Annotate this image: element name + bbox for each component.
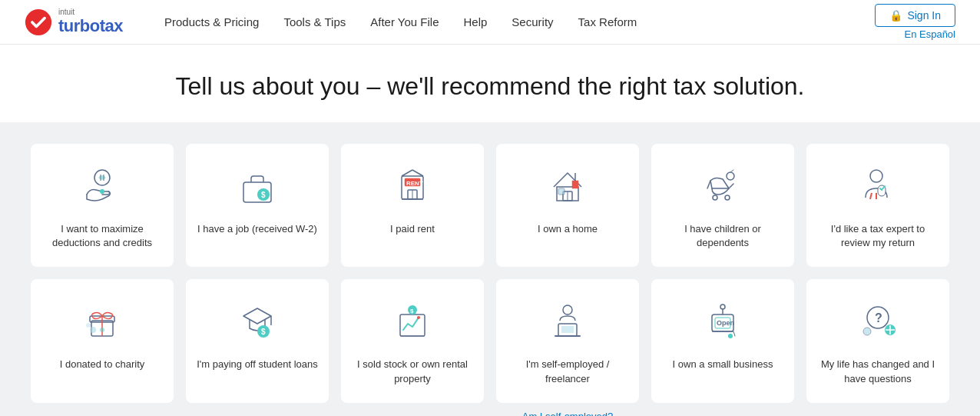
svg-text:$: $ — [261, 191, 266, 199]
stock-chart-icon: $ — [388, 299, 437, 345]
cards-section: I want to maximize deductions and credit… — [0, 122, 980, 416]
card-label-charity: I donated to charity — [60, 358, 145, 371]
card-label-expert: I'd like a tax expert to review my retur… — [817, 222, 939, 250]
card-self-employed[interactable]: I'm self-employed / freelancer — [496, 279, 639, 402]
svg-point-21 — [725, 195, 730, 200]
svg-text:$: $ — [410, 308, 414, 314]
svg-point-31 — [90, 327, 96, 333]
svg-point-43 — [563, 305, 572, 314]
baby-stroller-icon — [698, 164, 747, 210]
card-have-job[interactable]: $ I have a job (received W-2) — [186, 144, 329, 267]
card-label-stock: I sold stock or own rental property — [352, 358, 473, 385]
card-label-job: I have a job (received W-2) — [197, 222, 317, 236]
card-children-dependents[interactable]: I have children or dependents — [651, 144, 794, 267]
svg-point-39 — [417, 316, 420, 319]
am-i-self-employed-link[interactable]: Am I self-employed? — [522, 411, 614, 416]
nav-links: Products & Pricing Tools & Tips After Yo… — [154, 0, 875, 45]
card-label-student: I'm paying off student loans — [197, 358, 318, 371]
svg-line-13 — [412, 170, 423, 176]
card-donated-charity[interactable]: I donated to charity — [31, 279, 174, 402]
turbotax-logo-icon — [25, 8, 52, 36]
svg-point-33 — [86, 323, 91, 328]
svg-line-53 — [733, 331, 735, 336]
money-hand-icon — [78, 164, 127, 210]
svg-text:RENT: RENT — [406, 180, 423, 187]
svg-point-32 — [100, 328, 104, 332]
card-label-rent: I paid rent — [390, 222, 435, 236]
svg-text:Open: Open — [717, 319, 734, 327]
svg-line-26 — [870, 193, 872, 199]
svg-line-23 — [730, 170, 733, 172]
nav-tools-tips[interactable]: Tools & Tips — [273, 0, 356, 45]
briefcase-dollar-icon: $ — [233, 164, 282, 210]
nav-products-pricing[interactable]: Products & Pricing — [154, 0, 270, 45]
svg-rect-45 — [561, 326, 574, 333]
card-tax-expert[interactable]: I'd like a tax expert to review my retur… — [806, 144, 949, 267]
cards-grid: I want to maximize deductions and credit… — [31, 144, 949, 403]
nav-security[interactable]: Security — [501, 0, 564, 45]
card-label-self-employed: I'm self-employed / freelancer — [507, 358, 628, 385]
nav-after-you-file[interactable]: After You File — [359, 0, 449, 45]
svg-line-12 — [402, 170, 412, 176]
graduation-dollar-icon: $ — [233, 299, 282, 345]
house-icon — [543, 164, 592, 210]
hero-title: Tell us about you – we'll recommend the … — [15, 72, 965, 101]
sign-in-label: Sign In — [907, 9, 941, 22]
logo-link[interactable]: intuit turbotax — [25, 8, 123, 36]
sign-in-button[interactable]: 🔒 Sign In — [875, 4, 955, 27]
svg-point-20 — [713, 195, 717, 200]
card-label-life-changed: My life has changed and I have questions — [817, 358, 939, 385]
svg-marker-34 — [243, 308, 271, 324]
gift-box-icon — [78, 299, 127, 345]
open-sign-icon: Open — [698, 299, 747, 345]
svg-point-24 — [870, 170, 882, 182]
logo-intuit-text: intuit — [58, 8, 123, 16]
svg-point-59 — [863, 328, 871, 335]
card-own-home[interactable]: I own a home — [496, 144, 639, 267]
card-label-home: I own a home — [538, 222, 598, 236]
expert-person-icon — [853, 164, 902, 210]
svg-rect-19 — [558, 188, 564, 195]
rent-sign-icon: RENT — [388, 164, 437, 210]
svg-point-2 — [100, 189, 104, 194]
card-label-business: I own a small business — [673, 358, 773, 371]
card-maximize-deductions[interactable]: I want to maximize deductions and credit… — [31, 144, 174, 267]
laptop-person-icon — [543, 299, 592, 345]
nav-tax-reform[interactable]: Tax Reform — [568, 0, 648, 45]
nav-right: 🔒 Sign In En Español — [875, 4, 955, 40]
svg-rect-17 — [572, 181, 578, 188]
lock-icon: 🔒 — [889, 9, 902, 22]
card-student-loans[interactable]: $ I'm paying off student loans — [186, 279, 329, 402]
main-nav: intuit turbotax Products & Pricing Tools… — [0, 0, 980, 45]
espanol-link[interactable]: En Español — [905, 28, 956, 40]
card-sold-stock[interactable]: $ I sold stock or own rental property — [341, 279, 484, 402]
card-paid-rent[interactable]: RENT I paid rent — [341, 144, 484, 267]
svg-point-52 — [728, 334, 733, 338]
card-label-maximize: I want to maximize deductions and credit… — [41, 222, 163, 250]
card-label-children: I have children or dependents — [662, 222, 783, 250]
svg-rect-38 — [400, 314, 425, 336]
nav-help[interactable]: Help — [453, 0, 498, 45]
card-life-changed[interactable]: ? My life has changed and I have questio… — [806, 279, 949, 402]
logo-brand-text: turbotax — [58, 16, 123, 35]
svg-point-0 — [25, 8, 51, 35]
question-person-icon: ? — [853, 299, 902, 345]
svg-text:?: ? — [875, 311, 882, 324]
svg-text:$: $ — [261, 328, 266, 336]
svg-point-22 — [727, 172, 734, 180]
hero-section: Tell us about you – we'll recommend the … — [0, 45, 980, 122]
card-small-business[interactable]: Open I own a small business — [651, 279, 794, 402]
